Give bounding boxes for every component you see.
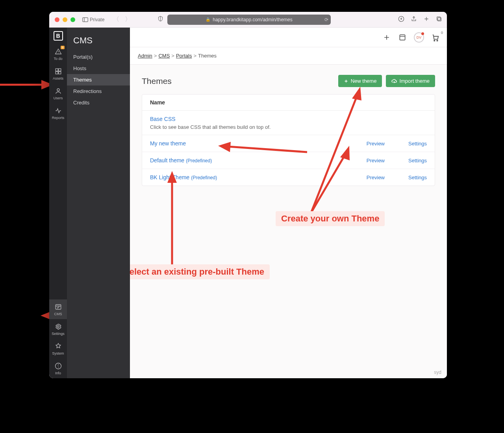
top-bar: DV 0 xyxy=(130,28,447,47)
settings-link[interactable]: Settings xyxy=(408,175,427,180)
breadcrumb: Admin>CMS>Portals>Themes xyxy=(130,47,447,65)
sidebar-item-portal-s-[interactable]: Portal(s) xyxy=(67,51,130,63)
theme-link[interactable]: BK Light Theme xyxy=(150,174,189,180)
minimize-window-icon[interactable] xyxy=(63,17,67,22)
preview-link[interactable]: Preview xyxy=(367,175,385,180)
sidebar-toggle[interactable]: Private xyxy=(82,17,104,22)
breadcrumb-link[interactable]: Portals xyxy=(176,53,192,59)
annotation-create: Create your own Theme xyxy=(276,211,385,226)
lock-icon: 🔒 xyxy=(206,17,210,22)
settings-link[interactable]: Settings xyxy=(408,158,427,164)
side-panel: CMS Portal(s)HostsThemesRedirectionsCred… xyxy=(67,28,130,378)
preview-link[interactable]: Preview xyxy=(367,141,385,147)
new-tab-icon[interactable] xyxy=(423,16,430,24)
browser-window: Private 〈 〉 🔒 happy.brandkitapp.com/admi… xyxy=(49,12,447,378)
svg-rect-12 xyxy=(56,305,61,309)
svg-rect-2 xyxy=(83,17,88,22)
private-label: Private xyxy=(90,17,104,22)
theme-subtitle: Click to see base CSS that all themes bu… xyxy=(150,124,427,130)
table-row: BK Light Theme(Predefined)PreviewSetting… xyxy=(142,169,435,186)
svg-rect-8 xyxy=(58,69,61,71)
rail-item-to-do[interactable]: To do9 xyxy=(49,44,67,64)
content-area: DV 0 Admin>CMS>Portals>Themes Themes New… xyxy=(130,28,447,378)
import-theme-button[interactable]: Import theme xyxy=(386,75,435,87)
table-row: Base CSSClick to see base CSS that all t… xyxy=(142,111,435,135)
rail-item-settings[interactable]: Settings xyxy=(49,319,67,339)
app-logo[interactable]: B xyxy=(49,28,67,44)
sidebar-item-themes[interactable]: Themes xyxy=(67,74,130,85)
page-title: Themes xyxy=(142,76,172,86)
browser-chrome: Private 〈 〉 🔒 happy.brandkitapp.com/admi… xyxy=(49,12,447,28)
orders-icon[interactable] xyxy=(398,33,407,42)
rail-badge: 9 xyxy=(61,46,65,49)
rail-item-system[interactable]: System xyxy=(49,339,67,359)
svg-rect-10 xyxy=(58,72,61,74)
svg-point-13 xyxy=(57,326,59,328)
predefined-tag: (Predefined) xyxy=(186,158,212,164)
privacy-shield-icon[interactable] xyxy=(158,16,163,23)
breadcrumb-link[interactable]: CMS xyxy=(158,53,170,59)
settings-link[interactable]: Settings xyxy=(408,141,427,147)
close-window-icon[interactable] xyxy=(55,17,59,22)
svg-rect-9 xyxy=(56,72,58,74)
cart-icon[interactable]: 0 xyxy=(431,33,440,42)
svg-rect-6 xyxy=(437,17,441,20)
sidebar-item-hosts[interactable]: Hosts xyxy=(67,63,130,74)
breadcrumb-link[interactable]: Admin xyxy=(138,53,152,59)
sidepanel-title: CMS xyxy=(67,33,130,51)
theme-link[interactable]: My new theme xyxy=(150,140,186,147)
theme-link[interactable]: Base CSS xyxy=(150,116,176,122)
breadcrumb-current: Themes xyxy=(198,53,217,59)
annotation-select: Select an existing pre-built Theme xyxy=(130,264,270,279)
theme-link[interactable]: Default theme xyxy=(150,157,184,164)
rail-item-reports[interactable]: Reports xyxy=(49,103,67,123)
svg-point-16 xyxy=(434,40,435,41)
nav-forward-icon[interactable]: 〉 xyxy=(125,15,131,24)
preview-link[interactable]: Preview xyxy=(367,158,385,164)
avatar[interactable]: DV xyxy=(414,32,424,43)
nav-back-icon[interactable]: 〈 xyxy=(113,15,119,24)
new-theme-button[interactable]: New theme xyxy=(338,75,382,87)
tabs-icon[interactable] xyxy=(436,16,442,24)
svg-rect-7 xyxy=(56,69,58,71)
share-icon[interactable] xyxy=(411,16,417,24)
region-tag: syd xyxy=(434,370,441,375)
sidebar-item-credits[interactable]: Credits xyxy=(67,97,130,108)
svg-rect-15 xyxy=(400,35,405,40)
add-icon[interactable] xyxy=(382,33,391,42)
nav-rail: B To do9AssetsUsersReports CMSSettingsSy… xyxy=(49,28,67,378)
maximize-window-icon[interactable] xyxy=(70,17,75,22)
window-controls xyxy=(55,17,75,22)
rail-item-users[interactable]: Users xyxy=(49,84,67,103)
url-bar[interactable]: 🔒 happy.brandkitapp.com/admin/themes ⟳ xyxy=(167,15,331,25)
sidebar-item-redirections[interactable]: Redirections xyxy=(67,85,130,97)
svg-rect-5 xyxy=(438,17,441,21)
rail-item-info[interactable]: Info xyxy=(49,359,67,378)
table-row: Default theme(Predefined)PreviewSettings xyxy=(142,152,435,169)
url-text: happy.brandkitapp.com/admin/themes xyxy=(213,17,293,22)
rail-item-assets[interactable]: Assets xyxy=(49,64,67,84)
downloads-icon[interactable] xyxy=(398,16,404,24)
themes-table: Name Base CSSClick to see base CSS that … xyxy=(142,94,435,186)
svg-point-17 xyxy=(437,40,437,41)
table-row: My new themePreviewSettings xyxy=(142,135,435,152)
rail-item-cms[interactable]: CMS xyxy=(49,299,67,319)
predefined-tag: (Predefined) xyxy=(191,175,217,180)
reload-icon[interactable]: ⟳ xyxy=(324,17,328,22)
svg-point-11 xyxy=(57,89,59,91)
table-header-name: Name xyxy=(142,95,435,111)
cart-count: 0 xyxy=(441,31,443,35)
